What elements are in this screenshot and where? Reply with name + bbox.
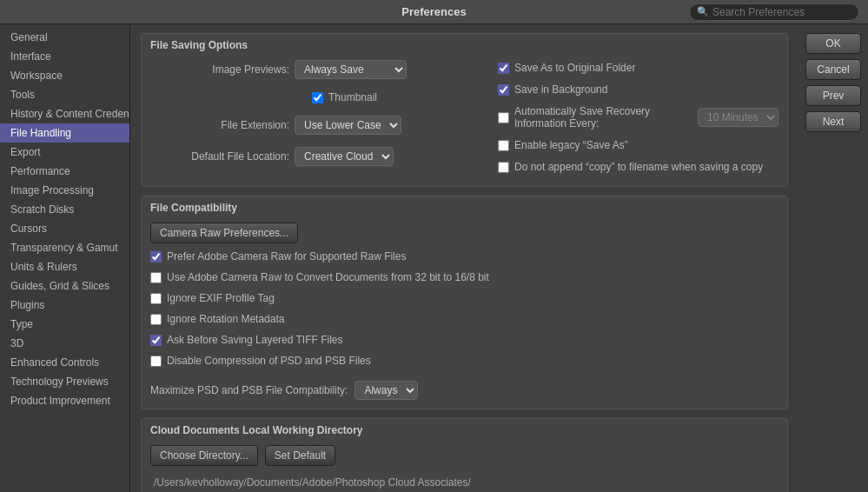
set-default-button[interactable]: Set Default [265, 445, 335, 466]
search-icon: 🔍 [697, 6, 709, 17]
search-box[interactable]: 🔍 [689, 3, 859, 21]
file-compat-title: File Compatibility [142, 196, 787, 217]
search-input[interactable] [712, 6, 851, 18]
cloud-docs-title: Cloud Documents Local Working Directory [142, 419, 787, 440]
ask-layered-checkbox[interactable] [150, 335, 162, 346]
legacy-save-checkbox[interactable] [498, 140, 509, 151]
sidebar-item-type[interactable]: Type [0, 315, 129, 334]
auto-save-time-select[interactable]: 1 Minute 5 Minutes 10 Minutes 15 Minutes… [698, 108, 779, 127]
sidebar-item-image-processing[interactable]: Image Processing [0, 181, 129, 200]
file-saving-title: File Saving Options [142, 34, 787, 55]
use-camera-raw-label: Use Adobe Camera Raw to Convert Document… [167, 271, 489, 283]
use-camera-raw-checkbox[interactable] [150, 272, 162, 283]
sidebar-item-workspace[interactable]: Workspace [0, 66, 129, 85]
ignore-exif-checkbox[interactable] [150, 293, 162, 304]
prefer-raw-row: Prefer Adobe Camera Raw for Supported Ra… [150, 250, 779, 263]
sidebar-item-product-improvement[interactable]: Product Improvement [0, 391, 129, 410]
save-original-row: Save As to Original Folder [498, 62, 779, 74]
sidebar-item-history-content-credentials[interactable]: History & Content Credentials [0, 104, 129, 123]
no-copy-checkbox[interactable] [498, 162, 509, 173]
thumbnail-row: Thumbnail [168, 91, 480, 103]
sidebar-item-general[interactable]: General [0, 28, 129, 47]
save-background-label: Save in Background [514, 83, 607, 96]
sidebar-item-transparency-gamut[interactable]: Transparency & Gamut [0, 238, 129, 257]
image-previews-select[interactable]: Always Save Never Save Ask When Saving [295, 60, 407, 79]
file-saving-section: File Saving Options Image Previews: Alwa… [141, 33, 788, 187]
file-extension-label: File Extension: [150, 119, 289, 131]
default-file-location-row: Default File Location: Creative Cloud Lo… [150, 147, 480, 166]
ignore-rotation-label: Ignore Rotation Metadata [167, 313, 284, 325]
default-file-location-select[interactable]: Creative Cloud Local [295, 147, 394, 166]
ok-button[interactable]: OK [805, 33, 861, 54]
maximize-label: Maximize PSD and PSB File Compatibility: [150, 384, 348, 396]
ask-layered-row: Ask Before Saving Layered TIFF Files [150, 334, 779, 346]
maximize-select[interactable]: Always Never Ask [354, 381, 418, 400]
button-panel: OK Cancel Prev Next [798, 24, 868, 492]
disable-compression-checkbox[interactable] [150, 356, 162, 367]
next-button[interactable]: Next [805, 111, 861, 132]
sidebar-item-enhanced-controls[interactable]: Enhanced Controls [0, 353, 129, 372]
sidebar-item-3d[interactable]: 3D [0, 334, 129, 353]
image-previews-label: Image Previews: [150, 63, 289, 76]
no-copy-label: Do not append “copy” to filename when sa… [514, 161, 763, 173]
thumbnail-label: Thumbnail [328, 91, 377, 103]
save-original-checkbox[interactable] [498, 63, 509, 74]
window-title: Preferences [401, 5, 466, 18]
sidebar-item-plugins[interactable]: Plugins [0, 296, 129, 315]
sidebar-item-technology-previews[interactable]: Technology Previews [0, 372, 129, 391]
content-area: File Saving Options Image Previews: Alwa… [130, 24, 798, 492]
prev-button[interactable]: Prev [805, 85, 861, 106]
file-compat-section: File Compatibility Camera Raw Preference… [141, 196, 788, 409]
sidebar-item-scratch-disks[interactable]: Scratch Disks [0, 200, 129, 219]
auto-save-label: Automatically Save Recovery Information … [514, 105, 692, 130]
sidebar: GeneralInterfaceWorkspaceToolsHistory & … [0, 24, 130, 492]
ignore-exif-label: Ignore EXIF Profile Tag [167, 292, 275, 304]
file-compat-body: Camera Raw Preferences... Prefer Adobe C… [142, 217, 787, 409]
sidebar-item-cursors[interactable]: Cursors [0, 219, 129, 238]
sidebar-item-performance[interactable]: Performance [0, 162, 129, 181]
use-camera-raw-row: Use Adobe Camera Raw to Convert Document… [150, 271, 779, 283]
file-extension-row: File Extension: Use Lower Case Use Upper… [150, 116, 480, 135]
save-background-checkbox[interactable] [498, 84, 509, 96]
ignore-rotation-checkbox[interactable] [150, 314, 162, 325]
legacy-save-row: Enable legacy “Save As” [498, 139, 779, 151]
main-layout: GeneralInterfaceWorkspaceToolsHistory & … [0, 24, 868, 492]
image-previews-row: Image Previews: Always Save Never Save A… [150, 60, 480, 79]
legacy-save-label: Enable legacy “Save As” [514, 139, 628, 151]
disable-compression-label: Disable Compression of PSD and PSB Files [167, 355, 371, 367]
auto-save-row: Automatically Save Recovery Information … [498, 105, 779, 130]
default-file-location-label: Default File Location: [150, 150, 289, 163]
file-extension-select[interactable]: Use Lower Case Use Upper Case [295, 116, 401, 135]
cloud-docs-section: Cloud Documents Local Working Directory … [141, 418, 788, 492]
directory-path: /Users/kevholloway/Documents/Adobe/Photo… [150, 471, 779, 492]
ignore-exif-row: Ignore EXIF Profile Tag [150, 292, 779, 304]
cancel-button[interactable]: Cancel [805, 59, 861, 80]
thumbnail-checkbox[interactable] [312, 92, 323, 103]
prefer-raw-checkbox[interactable] [150, 251, 162, 263]
sidebar-item-guides-grid-slices[interactable]: Guides, Grid & Slices [0, 276, 129, 296]
sidebar-item-tools[interactable]: Tools [0, 85, 129, 104]
ask-layered-label: Ask Before Saving Layered TIFF Files [167, 334, 343, 346]
sidebar-item-file-handling[interactable]: File Handling [0, 123, 129, 143]
sidebar-item-units-rulers[interactable]: Units & Rulers [0, 257, 129, 276]
no-copy-row: Do not append “copy” to filename when sa… [498, 161, 779, 173]
maximize-row: Maximize PSD and PSB File Compatibility:… [150, 381, 779, 400]
camera-raw-prefs-button[interactable]: Camera Raw Preferences... [150, 223, 298, 243]
file-saving-body: Image Previews: Always Save Never Save A… [142, 55, 787, 186]
ignore-rotation-row: Ignore Rotation Metadata [150, 313, 779, 325]
choose-directory-button[interactable]: Choose Directory... [150, 445, 258, 466]
sidebar-item-interface[interactable]: Interface [0, 47, 129, 66]
save-background-row: Save in Background [498, 83, 779, 96]
auto-save-checkbox[interactable] [498, 112, 509, 123]
prefer-raw-label: Prefer Adobe Camera Raw for Supported Ra… [167, 250, 406, 263]
title-bar: Preferences 🔍 [0, 0, 868, 24]
disable-compression-row: Disable Compression of PSD and PSB Files [150, 355, 779, 367]
sidebar-item-export[interactable]: Export [0, 143, 129, 162]
save-original-label: Save As to Original Folder [514, 62, 635, 74]
cloud-docs-body: Choose Directory... Set Default /Users/k… [142, 440, 787, 492]
